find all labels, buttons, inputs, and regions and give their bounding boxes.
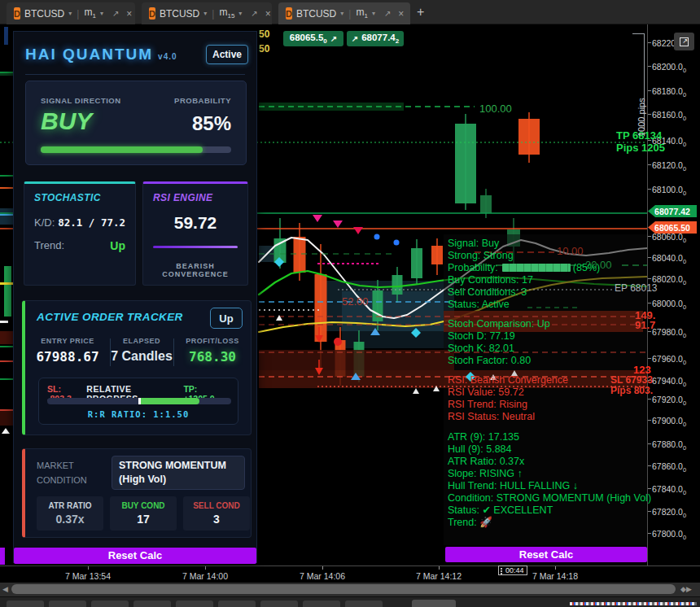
chevron-down-icon[interactable]: ▾ [340,10,343,17]
toolbar-button[interactable] [91,600,129,607]
detach-window-icon[interactable]: ↗ [112,9,119,18]
overlay-line: Slope: RISING ↑ [448,468,648,480]
active-status-badge[interactable]: Active [206,45,248,64]
chart-fragment [0,282,13,285]
time-axis[interactable]: 7 Mar 13:547 Mar 14:007 Mar 14:067 Mar 1… [0,566,700,583]
overlay-line: Trend: 🚀 [448,517,648,529]
market-condition-label: MARKET CONDITION [37,459,107,487]
ask-price: 68077.42 [361,33,399,45]
overlay-line: ATR (9): 17.135 [448,431,648,443]
divider: | [77,8,79,20]
status-ticker-fragment [570,602,697,605]
price-axis-tick: 68120.00 [652,160,686,172]
add-tab-button[interactable]: + [417,5,424,20]
chevron-down-icon[interactable]: ▾ [203,10,207,17]
toolbar-button[interactable] [218,600,256,607]
tab-symbol: BTCUSD [160,8,199,20]
chart-fragment [0,378,13,380]
tab-timeframe[interactable]: m15 [219,7,234,20]
chart-reset-calc-button[interactable]: Reset Calc [445,547,647,562]
divider [173,338,174,366]
toolbar-button[interactable] [133,600,171,607]
bid-price: 68065.50 [290,33,327,45]
overlay-line: Strong: Strong [448,250,648,262]
detach-window-icon[interactable]: ↗ [251,9,257,18]
overlay-line: RSI Trend: Rising [448,399,648,411]
panel-title: HAI QUANTUMv4.0 [25,46,177,63]
price-axis-tick: 68180.00 [652,86,686,98]
chevron-down-icon[interactable]: ▾ [372,10,375,17]
overlay-line: Stoch D: 77.19 [448,330,648,343]
signal-card: SIGNAL DIRECTION PROBABILITY BUY 85% [25,81,247,165]
panel-reset-calc-button[interactable]: Reset Calc [14,548,256,564]
toolbar-button[interactable] [303,600,340,607]
overlay-line: Buy Conditions: 17 [448,274,648,286]
detach-window-icon[interactable]: ↗ [384,9,391,18]
candle-countdown: 00:44 [498,566,527,575]
price-axis-tick: 67980.00 [652,327,686,339]
trend-value: Up [110,239,125,252]
tab-timeframe[interactable]: m1 [84,7,95,20]
kd-value: 82.1 / 77.2 [58,216,125,229]
stochastic-card: STOCHASTIC K/D: 82.1 / 77.2 Trend: Up [24,181,136,286]
tab-btcusd-m1-active[interactable]: D BTCUSD ▾ | m1 ▾ ↗ × [278,2,410,24]
chevron-down-icon[interactable]: ▾ [68,10,72,17]
chart-fragment [0,331,13,344]
scroll-left-icon[interactable]: ◀ [2,585,8,593]
time-axis-tick [555,566,556,570]
chart-scrollbar[interactable]: ◀ ◆▶ [0,583,700,596]
chart-zone-band [259,350,454,370]
tab-bar: D BTCUSD ▾ | m1 ▾ ↗ × D BTCUSD ▾ | m15 ▾… [0,0,700,24]
price-axis-tick: 67880.00 [652,439,686,452]
toolbar-button[interactable] [176,600,213,607]
profit-loss-value: 768.30 [173,349,252,365]
time-axis-tick [322,566,323,570]
tab-btcusd-m1-a[interactable]: D BTCUSD ▾ | m1 ▾ ↗ × [7,2,135,24]
buy-quote-button[interactable]: ↗ 68077.42 [347,31,404,46]
chart-fragment [4,27,8,45]
time-axis-label: 7 Mar 13:54 [65,571,111,581]
pips-ruler-cap [632,33,645,34]
price-axis-tick: 68200.00 [652,62,686,74]
scroll-right-icon[interactable]: ◆▶ [680,585,692,593]
broker-logo-icon: D [14,7,20,20]
sell-quote-button[interactable]: 68065.50 ↗ [283,31,343,46]
chart-level-label: 50 [259,29,269,39]
elapsed-label: ELAPSED [110,337,173,345]
price-tag: 68077.42 [648,205,697,217]
chart-fragment [0,409,13,426]
tab-btcusd-m15[interactable]: D BTCUSD ▾ | m15 ▾ ↗ × [142,2,272,24]
scrollbar-thumb[interactable] [11,584,676,594]
toolbar-button[interactable] [49,600,86,607]
pips-ruler-label: 1000 pips [637,47,646,137]
price-axis-tick: 67900.00 [652,416,686,428]
toolbar-button[interactable] [345,600,383,607]
price-axis-tick: 68100.00 [652,185,686,197]
chevron-down-icon[interactable]: ▾ [100,10,103,17]
chart-fragment [0,214,13,216]
time-axis-label: 7 Mar 14:18 [532,571,578,581]
price-axis-tick: 67920.00 [652,395,686,407]
close-icon[interactable]: × [265,8,271,20]
market-stat-sell: SELL COND3 [183,496,250,531]
toolbar-button[interactable] [7,600,44,607]
rsi-status: BEARISH CONVERGENCE [143,262,247,278]
progress-bar [47,398,231,404]
price-axis-tick: 68060.00 [652,232,686,244]
expand-chart-button[interactable]: ↗ [674,33,694,50]
direction-up-button[interactable]: Up [210,308,243,329]
close-icon[interactable]: × [398,8,404,20]
tab-timeframe[interactable]: m1 [356,7,367,20]
close-icon[interactable]: × [126,8,132,20]
time-axis-label: 7 Mar 14:00 [182,571,228,581]
chart-fragment [0,548,5,565]
price-axis-tick: 67860.00 [652,461,686,474]
toolbar-button-active[interactable] [412,600,456,607]
active-order-tracker-card: ACTIVE ORDER TRACKER Up ENTRY PRICE 6798… [22,300,252,435]
time-axis-label: 7 Mar 14:06 [300,571,345,581]
price-axis[interactable]: ↗ 68220.0068200.0068180.0068160.0068140.… [647,24,700,583]
overlay-line: Condition: STRONG MOMENTUM (High Vol) [448,492,648,504]
bottom-toolbar-strip [0,596,700,607]
toolbar-button[interactable] [260,600,298,607]
chevron-down-icon[interactable]: ▾ [238,10,242,17]
